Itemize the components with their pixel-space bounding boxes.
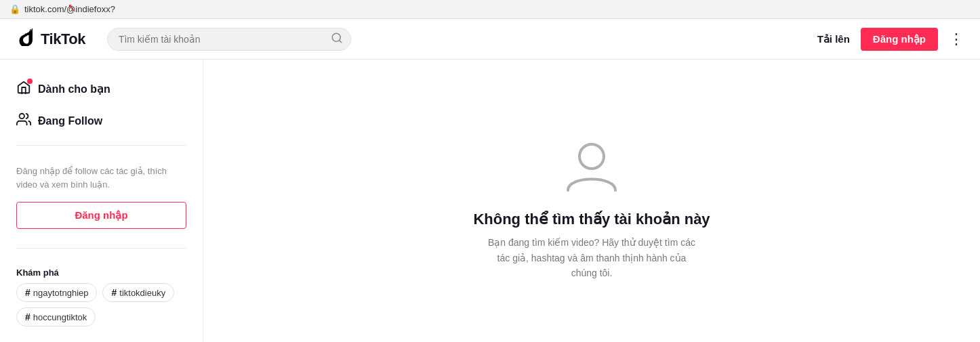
tag-label-1: tiktokdieuky [119,288,165,298]
logo-text: TikTok [41,30,85,48]
home-dot-indicator [27,79,33,84]
search-input[interactable] [107,28,351,51]
tag-item-2[interactable]: # hoccungtiktok [16,307,96,326]
sidebar-login-prompt: Đăng nhập để follow các tác giả, thích v… [16,165,186,191]
svg-point-3 [579,144,604,169]
tiktok-logo-icon [16,27,35,51]
sidebar-following-label: Đang Follow [38,115,102,127]
sidebar-item-following[interactable]: Đang Follow [0,105,203,137]
sidebar-login-button[interactable]: Đăng nhập [16,202,186,229]
sidebar: Dành cho bạn Đang Follow Đăng nhập để fo… [0,60,203,342]
people-icon [16,112,31,130]
main-layout: Dành cho bạn Đang Follow Đăng nhập để fo… [0,60,980,342]
not-found-description: Bạn đang tìm kiếm video? Hãy thử duyệt t… [483,235,700,280]
svg-line-1 [339,40,341,42]
home-icon [16,80,31,98]
content-area: Không thể tìm thấy tài khoản này Bạn đan… [203,60,980,342]
tag-item-0[interactable]: # ngaytotnghiep [16,283,97,302]
tag-hash-2: # [25,312,30,322]
not-found-title: Không thể tìm thấy tài khoản này [473,211,710,228]
header: TikTok Tải lên Đăng nhập ⋮ [0,19,980,60]
svg-point-2 [20,114,24,119]
search-button[interactable] [331,32,343,47]
browser-bar: 🔒 tiktok.com/@indiefoxx? ↑ [0,0,980,19]
tag-list: # ngaytotnghiep # tiktokdieuky # hoccung… [0,283,203,332]
search-container [107,28,351,51]
tag-label-2: hoccungtiktok [33,312,87,322]
sidebar-for-you-label: Dành cho bạn [38,83,110,95]
lock-icon: 🔒 [9,4,20,14]
tag-label-0: ngaytotnghiep [33,288,89,298]
sidebar-item-for-you[interactable]: Dành cho bạn [0,73,203,105]
tag-hash-1: # [111,287,117,298]
upload-button[interactable]: Tải lên [817,33,850,45]
tag-hash-0: # [25,287,30,298]
header-login-button[interactable]: Đăng nhập [861,28,938,51]
sidebar-login-section: Đăng nhập để follow các tác giả, thích v… [0,154,203,240]
sidebar-divider-2 [16,248,186,249]
explore-title: Khám phá [0,257,203,283]
tag-item-1[interactable]: # tiktokdieuky [102,283,174,302]
logo[interactable]: TikTok [16,27,85,51]
more-options-button[interactable]: ⋮ [949,30,964,48]
person-placeholder-icon [561,136,622,197]
search-icon [331,32,343,44]
sidebar-divider [16,145,186,146]
not-found-box: Không thể tìm thấy tài khoản này Bạn đan… [473,136,710,280]
